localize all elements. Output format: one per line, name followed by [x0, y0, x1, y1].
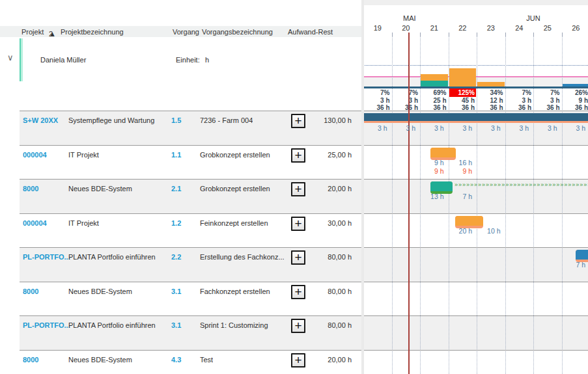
project-link[interactable]: 8000 [23, 287, 38, 295]
gantt-hour-label: 3 h [562, 124, 586, 132]
task-number[interactable]: 2.2 [171, 253, 181, 261]
timeline-tick [420, 33, 421, 36]
task-number[interactable]: 2.1 [171, 185, 181, 193]
gantt-bar-fill [430, 181, 453, 191]
remaining-effort: 25,00 h [287, 151, 352, 159]
scale-separator-line [362, 65, 588, 66]
remaining-effort: 80,00 h [287, 287, 352, 295]
gantt-bar-fill [364, 113, 588, 121]
progress-arrows: »»»»»»»»»»»»»»»»»»»»»»»»»»»»»»»»»»»»»»»»… [455, 181, 588, 188]
timeline-week-label: 23 [477, 24, 505, 32]
histogram-bar-orange[interactable] [421, 74, 448, 81]
remaining-effort: 80,00 h [287, 321, 352, 329]
utilization-percent: 69% [420, 89, 447, 96]
panel-divider[interactable] [361, 0, 364, 374]
utilization-capacity: 36 h [477, 104, 503, 111]
timeline-week-label: 26 [562, 24, 588, 32]
project-link[interactable]: 000004 [23, 151, 47, 159]
gantt-hour-label: 3 h [533, 124, 557, 132]
project-description: Neues BDE-System [68, 185, 132, 193]
project-description: Neues BDE-System [68, 287, 132, 295]
gantt-hour-label: 7 h [449, 193, 473, 200]
gantt-bar[interactable] [364, 113, 588, 123]
timeline-week-label: 20 [392, 24, 421, 32]
task-number[interactable]: 3.1 [171, 321, 181, 329]
column-header-vorgangsbezeichnung[interactable]: Vorgangsbezeichnung [202, 28, 273, 36]
resource-name[interactable]: Daniela Müller [40, 56, 86, 64]
timeline-week-label: 24 [505, 24, 534, 32]
utilization-load: 3 h [533, 97, 560, 104]
row-separator [20, 179, 588, 180]
timeline-week-label: 25 [533, 24, 562, 32]
table-column-header: Projekt 2▲ Projektbezeichnung Vorgang Vo… [0, 26, 361, 37]
utilization-percent: 125% [449, 89, 475, 96]
utilization-load: 3 h [505, 97, 532, 104]
utilization-percent: 7% [392, 89, 419, 96]
column-header-aufwand-rest[interactable]: Aufwand-Rest [288, 28, 333, 36]
project-description: IT Projekt [68, 151, 99, 159]
column-header-vorgang[interactable]: Vorgang [173, 28, 199, 36]
project-link[interactable]: PL-PORTFO... [23, 253, 70, 261]
utilization-percent: 26% [562, 89, 588, 96]
utilization-load: 25 h [420, 97, 447, 104]
task-number[interactable]: 3.1 [171, 287, 181, 295]
project-description: Systempflege und Wartung [68, 116, 154, 124]
gantt-hour-label: 16 h [449, 159, 473, 167]
gantt-hour-label: 3 h [477, 124, 501, 132]
project-link[interactable]: 8000 [23, 356, 38, 364]
remaining-effort: 30,00 h [287, 219, 352, 227]
project-link[interactable]: S+W 20XX [23, 116, 58, 124]
utilization-capacity: 36 h [562, 104, 588, 111]
histogram-bar-orange[interactable] [449, 68, 477, 87]
gantt-hour-label: 13 h [420, 193, 444, 200]
einheit-label: Einheit: [176, 56, 200, 64]
task-number[interactable]: 1.1 [171, 151, 181, 159]
gantt-hour-label: 9 h [420, 167, 444, 175]
project-description: PLANTA Portfolio einführen [68, 253, 156, 261]
project-link[interactable]: PL-PORTFO... [23, 321, 70, 329]
timeline-tick [533, 33, 534, 36]
remaining-effort: 130,00 h [287, 116, 352, 124]
task-description: Test [200, 356, 213, 364]
project-link[interactable]: 8000 [23, 185, 38, 193]
row-separator [20, 213, 588, 214]
gantt-top-band [362, 0, 588, 5]
utilization-capacity: 36 h [363, 104, 390, 111]
histogram-baseline [362, 87, 588, 88]
histogram-bar-orange[interactable] [477, 82, 505, 87]
gantt-bar-fill [430, 148, 456, 157]
task-number[interactable]: 1.2 [171, 219, 181, 227]
utilization-capacity: 36 h [392, 104, 419, 111]
task-number[interactable]: 1.5 [171, 116, 181, 124]
task-number[interactable]: 4.3 [171, 356, 181, 364]
timeline-week-label: 19 [363, 24, 392, 32]
utilization-load: 45 h [449, 97, 475, 104]
utilization-capacity: 36 h [449, 104, 475, 111]
gantt-hour-label: 3 h [363, 124, 387, 132]
row-separator [20, 247, 588, 248]
sort-asc-icon: ▲ [49, 30, 56, 38]
utilization-percent: 7% [363, 89, 390, 96]
gantt-hour-label: 7 h [562, 261, 586, 269]
timeline-tick [477, 33, 477, 36]
utilization-capacity: 36 h [420, 104, 447, 111]
task-description: Grobkonzept erstellen [200, 151, 270, 159]
task-description: Fachkonzept erstellen [200, 287, 270, 295]
project-description: PLANTA Portfolio einführen [68, 321, 156, 329]
column-header-projektbezeichnung[interactable]: Projektbezeichnung [61, 28, 124, 36]
histogram-bar-teal[interactable] [421, 81, 448, 87]
project-link[interactable]: 000004 [23, 219, 47, 227]
today-line [408, 33, 410, 374]
task-description: Grobkonzept erstellen [200, 185, 270, 193]
project-description: IT Projekt [68, 219, 99, 227]
column-header-projekt[interactable]: Projekt [21, 28, 44, 36]
task-description: Erstellung des Fachkonz... [200, 253, 285, 261]
task-description: Feinkonzept erstellen [200, 219, 268, 227]
chevron-down-icon[interactable]: ∨ [7, 53, 14, 62]
timeline-week-label: 21 [420, 24, 449, 32]
remaining-effort: 80,00 h [287, 253, 352, 261]
utilization-percent: 7% [505, 89, 532, 96]
task-description: Sprint 1: Customizing [200, 321, 268, 329]
utilization-percent: 34% [477, 89, 503, 96]
utilization-load: 12 h [477, 97, 503, 104]
